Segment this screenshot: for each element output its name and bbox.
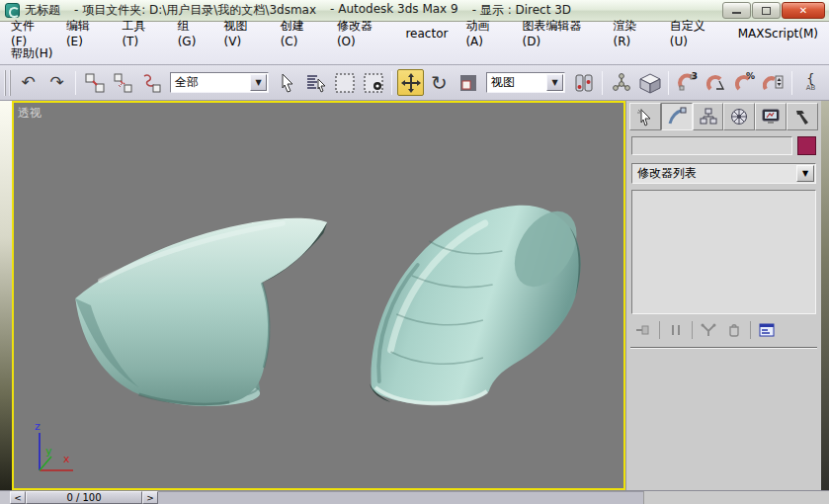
create-tab-icon	[635, 107, 655, 126]
snaps-toggle-button[interactable]: 3	[674, 69, 701, 96]
select-and-move-icon	[401, 73, 421, 93]
reference-coord-system-dropdown[interactable]: 视图 ▼	[486, 72, 565, 93]
angle-snap-button[interactable]	[703, 69, 729, 96]
select-object-button[interactable]	[274, 69, 300, 96]
show-end-result-icon	[670, 323, 682, 337]
perspective-viewport[interactable]: 透视	[12, 101, 625, 490]
select-and-rotate-button[interactable]: ↻	[426, 69, 453, 96]
select-and-manipulate-icon	[611, 72, 632, 94]
menu-edit[interactable]: 编辑(E)	[57, 16, 114, 50]
keyboard-override-button[interactable]	[636, 69, 663, 96]
menu-graph-editors[interactable]: 图表编辑器(D)	[514, 16, 605, 50]
menu-maxscript[interactable]: MAXScript(M)	[729, 25, 827, 42]
tab-utilities[interactable]	[787, 103, 818, 130]
bottom-right-panel-area	[643, 491, 829, 504]
rectangular-selection-region-button[interactable]	[331, 69, 358, 96]
menu-help[interactable]: 帮助(H)	[2, 43, 61, 64]
named-selection-sets-button[interactable]: { AB	[797, 69, 824, 96]
tab-display[interactable]	[755, 103, 787, 130]
command-panel: 修改器列表 ▼	[625, 101, 821, 490]
select-by-name-button[interactable]	[302, 69, 329, 96]
menu-group[interactable]: 组(G)	[169, 16, 215, 50]
display-tab-icon	[761, 107, 781, 126]
main-toolbar: ↶ ↷ 全部 ▼	[0, 65, 829, 101]
modifier-stack-toolbar	[631, 317, 816, 343]
hierarchy-tab-icon	[699, 107, 718, 126]
unlink-selection-button[interactable]	[110, 69, 136, 96]
horn-mesh[interactable]	[75, 218, 327, 406]
object-color-swatch[interactable]	[797, 136, 816, 155]
maximize-button[interactable]	[752, 2, 781, 19]
close-button[interactable]: ✕	[782, 2, 825, 19]
tab-create[interactable]	[629, 103, 661, 130]
undo-button[interactable]: ↶	[15, 69, 41, 96]
modifier-list-dropdown[interactable]: 修改器列表 ▼	[631, 163, 816, 184]
remove-modifier-icon	[727, 323, 741, 337]
select-and-scale-button[interactable]	[455, 69, 481, 96]
bent-tube-mesh[interactable]	[370, 200, 589, 404]
make-unique-icon	[701, 323, 716, 337]
close-icon: ✕	[799, 5, 807, 16]
object-name-input[interactable]	[631, 136, 792, 155]
viewport-label[interactable]: 透视	[18, 105, 41, 122]
menu-customize[interactable]: 自定义(U)	[661, 16, 729, 50]
minimize-icon	[732, 11, 741, 14]
menu-reactor[interactable]: reactor	[396, 25, 456, 42]
previous-frame-icon: <	[14, 493, 22, 503]
modifier-list-value: 修改器列表	[632, 165, 795, 182]
viewport-scene	[14, 103, 623, 488]
select-and-manipulate-button[interactable]	[608, 69, 634, 96]
redo-button[interactable]: ↷	[43, 69, 70, 96]
object-name-row	[631, 136, 816, 155]
spinner-snap-icon	[763, 73, 785, 93]
chevron-down-icon[interactable]: ▼	[250, 74, 267, 91]
tab-modify[interactable]	[661, 103, 693, 130]
window-crossing-button[interactable]	[360, 69, 386, 96]
named-selection-sets-icon: {	[806, 74, 814, 84]
modifier-stack-list[interactable]	[631, 190, 816, 314]
window-crossing-icon	[363, 72, 384, 94]
next-frame-button[interactable]: >	[142, 491, 158, 504]
toolbar-separator	[75, 71, 76, 95]
menu-create[interactable]: 创建(C)	[272, 16, 328, 50]
menu-bar: 文件(F) 编辑(E) 工具(T) 组(G) 视图(V) 创建(C) 修改器(O…	[0, 22, 829, 65]
time-slider-handle[interactable]: 0 / 100	[26, 491, 142, 504]
pin-stack-button[interactable]	[631, 320, 655, 340]
menu-modifiers[interactable]: 修改器(O)	[328, 16, 397, 50]
chevron-down-icon[interactable]: ▼	[546, 74, 563, 91]
named-selection-sets-sub: AB	[806, 84, 816, 92]
next-frame-icon: >	[146, 493, 154, 503]
unlink-selection-icon	[113, 72, 134, 94]
chevron-down-icon[interactable]: ▼	[796, 165, 814, 182]
stack-separator	[750, 321, 751, 339]
selection-filter-dropdown[interactable]: 全部 ▼	[170, 72, 269, 93]
spinner-snap-button[interactable]	[760, 69, 787, 96]
motion-tab-icon	[729, 107, 749, 126]
toolbar-drag-handle[interactable]	[4, 70, 11, 96]
select-and-move-button[interactable]	[397, 69, 424, 96]
tab-motion[interactable]	[723, 103, 755, 130]
app-icon	[5, 3, 20, 18]
window-controls: ✕	[721, 2, 825, 19]
select-and-link-button[interactable]	[81, 69, 108, 96]
time-slider-pad	[0, 491, 10, 504]
show-end-result-button[interactable]	[664, 320, 688, 340]
axis-gizmo: x y z	[26, 419, 105, 478]
make-unique-button[interactable]	[697, 320, 720, 340]
time-slider-track[interactable]	[158, 491, 643, 504]
menu-rendering[interactable]: 渲染(R)	[604, 16, 660, 50]
menu-animation[interactable]: 动画(A)	[456, 16, 513, 50]
menu-tools[interactable]: 工具(T)	[113, 16, 168, 50]
select-and-link-icon	[84, 72, 106, 94]
select-and-rotate-icon: ↻	[431, 73, 448, 93]
bind-to-space-warp-button[interactable]	[138, 69, 165, 96]
menu-views[interactable]: 视图(V)	[215, 16, 272, 50]
previous-frame-button[interactable]: <	[10, 491, 26, 504]
time-slider-bar: < 0 / 100 >	[0, 490, 829, 504]
axis-z-label: z	[35, 420, 41, 433]
use-pivot-point-center-button[interactable]	[570, 69, 597, 96]
tab-hierarchy[interactable]	[693, 103, 724, 130]
remove-modifier-button[interactable]	[722, 320, 746, 340]
configure-modifier-sets-button[interactable]	[755, 320, 779, 340]
percent-snap-button[interactable]: %	[731, 69, 758, 96]
